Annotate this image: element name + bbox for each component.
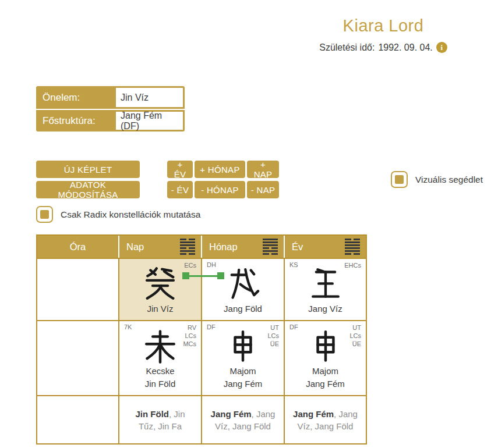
page-header: Kiara Lord Születési idő: 1992. 09. 04. …	[280, 16, 487, 53]
year-stem-cell: KS EHCs Jang Víz	[284, 258, 366, 320]
column-header-month: Hónap	[201, 236, 284, 258]
day-header-label: Nap	[126, 241, 144, 253]
main-structure-row: Főstruktúra: Jang Fém (DF)	[36, 109, 185, 131]
month-branch-caption: Majom Jang Fém	[202, 365, 284, 390]
self-element-label: Önelem:	[36, 86, 116, 109]
column-header-year: Év	[284, 236, 366, 258]
visual-aid-label: Vizuális segédlet	[415, 175, 483, 185]
year-stem-glyph	[285, 266, 366, 302]
branch-row: 7K RV LCs MCs Kecske Jin Föld DF UT LCs …	[37, 320, 366, 395]
month-hexagram-icon[interactable]	[263, 239, 278, 255]
minus-day-button[interactable]: - NAP	[247, 181, 279, 198]
column-header-hour: Óra	[37, 236, 118, 258]
connector-line	[185, 275, 222, 277]
stem-row: ECs Jin Víz DH Jang Föld KS EHCs Jang Ví…	[37, 258, 366, 320]
year-hidden-cell: Jang Fém, Jang Víz, Jang Föld	[284, 395, 366, 443]
year-branch-caption: Majom Jang Fém	[285, 365, 366, 390]
day-stem-glyph	[119, 266, 201, 302]
month-branch-animal: Majom	[202, 365, 284, 378]
year-branch-element: Jang Fém	[285, 378, 366, 390]
hidden-elements-row: Jin Föld, Jin Tűz, Jin Fa Jang Fém, Jang…	[37, 395, 366, 443]
day-branch-element: Jin Föld	[119, 378, 201, 390]
year-branch-animal: Majom	[285, 365, 366, 378]
year-stem-element: Jang Víz	[285, 303, 366, 315]
connector-endpoint-icon	[217, 272, 224, 279]
hour-branch-cell	[37, 320, 118, 395]
month-stem-glyph	[202, 266, 284, 302]
self-element-row: Önelem: Jin Víz	[36, 86, 185, 109]
radix-only-checkbox[interactable]	[36, 206, 53, 223]
day-stem-cell: ECs Jin Víz	[118, 258, 201, 320]
month-hidden-cell: Jang Fém, Jang Víz, Jang Föld	[201, 395, 284, 443]
hour-hidden-cell	[37, 395, 118, 443]
hidden-primary: Jin Föld	[135, 409, 169, 419]
minus-month-button[interactable]: - HÓNAP	[195, 181, 245, 198]
radix-only-toggle-row: Csak Radix konstellációk mutatása	[36, 206, 200, 223]
plus-year-button[interactable]: + ÉV	[167, 161, 193, 178]
plus-month-button[interactable]: + HÓNAP	[195, 161, 245, 178]
day-branch-cell: 7K RV LCs MCs Kecske Jin Föld	[118, 320, 201, 395]
plus-day-button[interactable]: + NAP	[247, 161, 279, 178]
hour-stem-cell	[37, 258, 118, 320]
self-element-value: Jin Víz	[116, 88, 183, 107]
year-hexagram-icon[interactable]	[345, 239, 360, 255]
profile-box: Önelem: Jin Víz Főstruktúra: Jang Fém (D…	[36, 86, 185, 131]
column-header-day: Nap	[118, 236, 201, 258]
visual-aid-toggle-row: Vizuális segédlet	[391, 171, 483, 188]
checkbox-mark-icon	[40, 210, 49, 219]
year-header-label: Év	[292, 241, 303, 253]
modify-data-button[interactable]: ADATOK MÓDOSÍTÁSA	[36, 181, 140, 198]
bazi-calculator-page: { "header": { "title": "Kiara Lord", "bi…	[0, 0, 491, 448]
pillar-table-header: Óra Nap Hónap Év	[37, 236, 366, 258]
hour-header-label: Óra	[70, 241, 86, 253]
year-branch-cell: DF UT LCs ÜE Majom Jang Fém	[284, 320, 366, 395]
day-stem-element: Jin Víz	[119, 303, 201, 315]
main-structure-label: Főstruktúra:	[36, 110, 116, 131]
month-branch-glyph	[202, 329, 284, 366]
radix-only-label: Csak Radix konstellációk mutatása	[61, 209, 200, 220]
month-header-label: Hónap	[209, 241, 238, 253]
day-hidden-cell: Jin Föld, Jin Tűz, Jin Fa	[118, 395, 201, 443]
main-structure-value: Jang Fém (DF)	[116, 112, 183, 130]
day-branch-caption: Kecske Jin Föld	[119, 365, 201, 390]
minus-year-button[interactable]: - ÉV	[167, 181, 193, 198]
day-branch-glyph	[119, 329, 201, 366]
birth-date-value: 1992. 09. 04.	[378, 42, 432, 53]
day-branch-animal: Kecske	[119, 365, 201, 378]
day-hexagram-icon[interactable]	[180, 239, 195, 255]
visual-aid-checkbox[interactable]	[391, 171, 408, 188]
hidden-primary: Jang Fém	[293, 409, 334, 419]
pillar-table: Óra Nap Hónap Év ECs Jin Víz DH Jang Föl…	[36, 234, 367, 445]
year-branch-glyph	[285, 329, 366, 366]
month-branch-element: Jang Fém	[202, 378, 284, 390]
checkbox-mark-icon	[395, 175, 404, 184]
combination-connector	[182, 272, 224, 279]
connector-endpoint-icon	[182, 272, 189, 279]
info-icon[interactable]: i	[436, 42, 447, 53]
hidden-primary: Jang Fém	[211, 409, 252, 419]
birth-date-label: Születési idő:	[319, 42, 375, 53]
new-formula-button[interactable]: ÚJ KÉPLET	[36, 161, 140, 178]
birth-date-line: Születési idő: 1992. 09. 04. i	[280, 42, 487, 53]
month-branch-cell: DF UT LCs ÜE Majom Jang Fém	[201, 320, 284, 395]
month-stem-cell: DH Jang Föld	[201, 258, 284, 320]
person-name: Kiara Lord	[280, 16, 487, 35]
month-stem-element: Jang Föld	[202, 303, 284, 315]
